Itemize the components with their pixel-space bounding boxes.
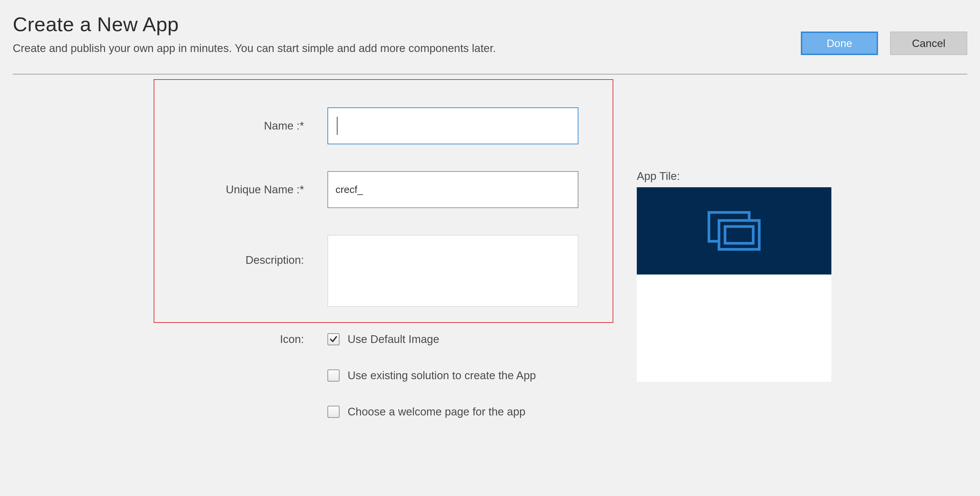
choose-welcome-page-label: Choose a welcome page for the app [348,405,525,418]
description-input[interactable] [328,235,578,307]
unique-name-input[interactable] [328,171,578,208]
icon-label: Icon: [170,333,328,346]
description-label: Description: [170,235,328,266]
app-tile-preview [637,187,831,382]
name-input[interactable] [328,107,578,144]
done-button[interactable]: Done [801,32,878,55]
use-default-image-label: Use Default Image [348,333,439,346]
use-existing-solution-label: Use existing solution to create the App [348,369,536,382]
checkmark-icon [329,335,338,344]
page-subtitle: Create and publish your own app in minut… [13,42,496,55]
use-existing-solution-checkbox[interactable] [328,370,339,381]
unique-name-label: Unique Name :* [170,183,328,196]
text-cursor [337,117,337,135]
cancel-button[interactable]: Cancel [890,32,967,55]
app-tile-icon [706,209,763,253]
name-label: Name :* [170,120,328,132]
app-tile-label: App Tile: [637,170,831,183]
choose-welcome-page-checkbox[interactable] [328,406,339,418]
use-default-image-checkbox[interactable] [328,333,339,345]
page-title: Create a New App [13,13,496,36]
